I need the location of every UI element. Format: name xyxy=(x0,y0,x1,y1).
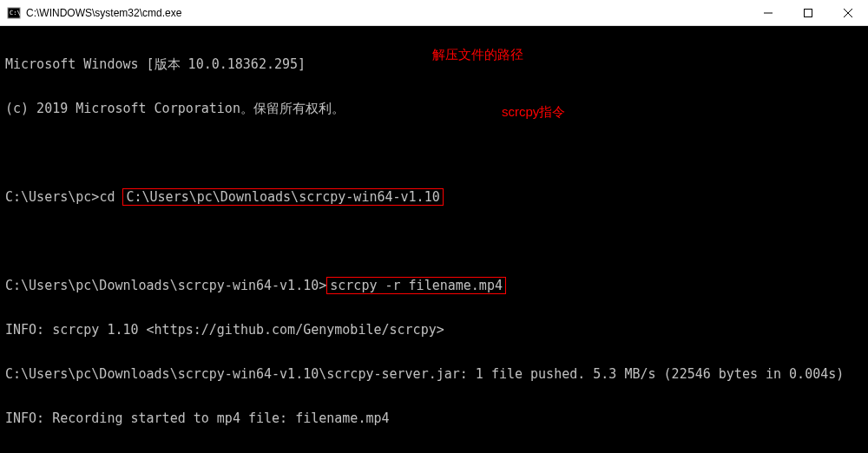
output-line: C:\Users\pc\Downloads\scrcpy-win64-v1.10… xyxy=(5,367,863,382)
window-title: C:\WINDOWS\system32\cmd.exe xyxy=(26,7,748,19)
output-line: INFO: scrcpy 1.10 <https://github.com/Ge… xyxy=(5,323,863,338)
prompt: C:\Users\pc\Downloads\scrcpy-win64-v1.10… xyxy=(5,278,326,293)
svg-rect-3 xyxy=(805,9,812,16)
highlighted-command: scrcpy -r filename.mp4 xyxy=(326,277,506,294)
highlighted-path: C:\Users\pc\Downloads\scrcpy-win64-v1.10 xyxy=(122,188,443,206)
command-line: C:\Users\pc\Downloads\scrcpy-win64-v1.10… xyxy=(5,279,863,293)
svg-text:C:\: C:\ xyxy=(10,10,21,16)
close-button[interactable] xyxy=(828,0,868,25)
cd-command: cd xyxy=(99,189,122,205)
terminal-area[interactable]: Microsoft Windows [版本 10.0.18362.295] (c… xyxy=(0,26,868,453)
titlebar: C:\ C:\WINDOWS\system32\cmd.exe xyxy=(0,0,868,26)
minimize-button[interactable] xyxy=(748,0,788,25)
maximize-button[interactable] xyxy=(788,0,828,25)
blank-line xyxy=(5,234,863,249)
output-line: (c) 2019 Microsoft Corporation。保留所有权利。 xyxy=(5,102,863,116)
window-controls xyxy=(748,0,868,25)
prompt: C:\Users\pc> xyxy=(5,189,99,205)
annotation-scrcpy-cmd: scrcpy指令 xyxy=(502,104,565,119)
blank-line xyxy=(5,146,863,161)
annotation-unzip-path: 解压文件的路径 xyxy=(432,47,523,62)
cmd-icon: C:\ xyxy=(7,6,21,20)
output-line: INFO: Recording started to mp4 file: fil… xyxy=(5,411,863,426)
command-line: C:\Users\pc>cd C:\Users\pc\Downloads\scr… xyxy=(5,190,863,205)
